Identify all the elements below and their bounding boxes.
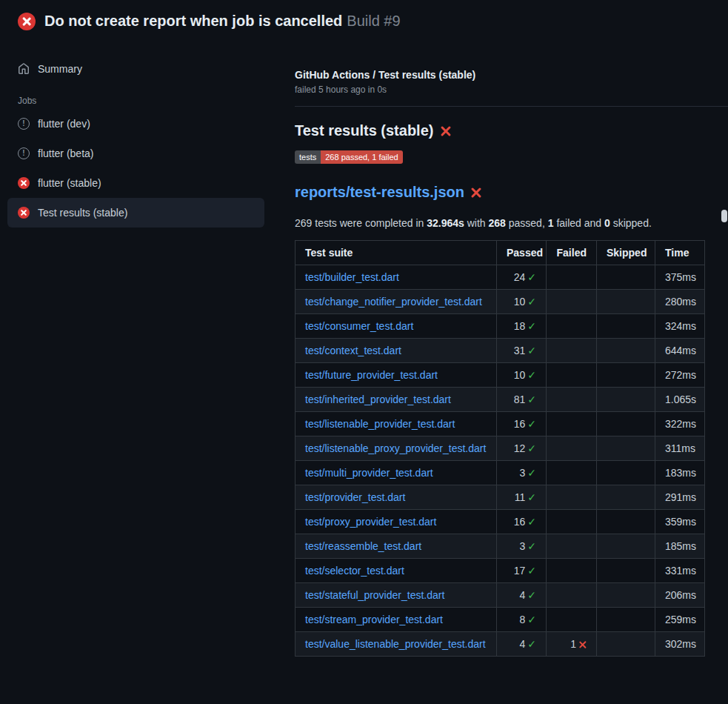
test-suite-cell: test/listenable_provider_test.dart — [295, 412, 497, 436]
failed-status-icon — [18, 13, 36, 30]
sidebar: Summary Jobs ! flutter (dev) ! flutter (… — [0, 42, 277, 228]
failed-cell — [547, 559, 597, 583]
failed-cell — [547, 339, 597, 363]
passed-cell: 16✓ — [497, 412, 547, 436]
scrollbar-thumb[interactable] — [721, 210, 727, 222]
test-suite-cell: test/builder_test.dart — [295, 265, 497, 290]
failed-cell — [547, 510, 597, 534]
passed-cell: 4✓ — [497, 583, 547, 608]
time-cell: 280ms — [655, 290, 705, 314]
check-icon: ✓ — [527, 369, 536, 381]
passed-cell: 12✓ — [497, 436, 547, 461]
table-row: test/builder_test.dart 24✓ 375ms — [295, 265, 705, 290]
table-row: test/selector_test.dart 17✓ 331ms — [295, 559, 705, 583]
table-row: test/listenable_provider_test.dart 16✓ 3… — [295, 412, 705, 436]
report-title: reports/test-results.json — [295, 184, 728, 201]
test-suite-cell: test/change_notifier_provider_test.dart — [295, 290, 497, 314]
table-row: test/inherited_provider_test.dart 81✓ 1.… — [295, 388, 705, 412]
test-suite-link[interactable]: test/selector_test.dart — [305, 565, 404, 577]
test-suite-link[interactable]: test/stream_provider_test.dart — [305, 614, 443, 625]
sidebar-job-label: flutter (stable) — [38, 177, 101, 189]
test-suite-link[interactable]: test/change_notifier_provider_test.dart — [305, 296, 482, 308]
table-header-row: Test suite Passed Failed Skipped Time — [295, 241, 705, 265]
main-content: GitHub Actions / Test results (stable) f… — [277, 42, 728, 657]
test-suite-cell: test/inherited_provider_test.dart — [295, 388, 497, 412]
col-header-failed: Failed — [547, 241, 597, 265]
check-icon: ✓ — [527, 393, 536, 405]
test-suite-link[interactable]: test/stateful_provider_test.dart — [305, 589, 444, 601]
passed-cell: 3✓ — [497, 461, 547, 485]
table-row: test/consumer_test.dart 18✓ 324ms — [295, 314, 705, 339]
table-row: test/context_test.dart 31✓ 644ms — [295, 339, 705, 363]
x-icon — [578, 640, 587, 648]
test-suite-cell: test/stream_provider_test.dart — [295, 608, 497, 632]
x-icon — [21, 210, 27, 216]
skipped-cell — [597, 314, 655, 339]
neutral-status-icon: ! — [18, 118, 30, 130]
sidebar-job-item[interactable]: ! flutter (beta) — [7, 139, 264, 168]
tests-badge: tests 268 passed, 1 failed — [295, 150, 403, 164]
col-header-test-suite: Test suite — [295, 241, 497, 265]
test-suite-link[interactable]: test/listenable_proxy_provider_test.dart — [305, 442, 486, 454]
test-suite-link[interactable]: test/multi_provider_test.dart — [305, 467, 433, 479]
failed-cell — [547, 608, 597, 632]
failed-cell — [547, 412, 597, 436]
test-suite-link[interactable]: test/proxy_provider_test.dart — [305, 516, 436, 528]
test-suite-link[interactable]: test/future_provider_test.dart — [305, 369, 438, 381]
check-run-page: Do not create report when job is cancell… — [0, 0, 728, 657]
test-suite-link[interactable]: test/listenable_provider_test.dart — [305, 418, 455, 430]
summary-text: 269 tests were completed in 32.964s with… — [295, 217, 728, 229]
sidebar-job-label: Test results (stable) — [38, 207, 127, 219]
sidebar-job-item[interactable]: ! Test results (stable) — [7, 198, 264, 228]
test-suite-link[interactable]: test/provider_test.dart — [305, 491, 405, 503]
test-suite-link[interactable]: test/context_test.dart — [305, 345, 401, 356]
failed-cell — [547, 363, 597, 388]
passed-cell: 18✓ — [497, 314, 547, 339]
sidebar-job-label: flutter (beta) — [38, 147, 93, 159]
skipped-cell — [597, 339, 655, 363]
sidebar-item-summary[interactable]: Summary — [7, 54, 264, 84]
test-suite-link[interactable]: test/value_listenable_provider_test.dart — [305, 638, 486, 650]
sidebar-job-item[interactable]: ! flutter (dev) — [7, 109, 264, 139]
passed-cell: 16✓ — [497, 510, 547, 534]
check-run-header: Do not create report when job is cancell… — [0, 0, 728, 42]
failed-cell — [547, 388, 597, 412]
sidebar-job-item[interactable]: ! flutter (stable) — [7, 168, 264, 198]
table-row: test/multi_provider_test.dart 3✓ 183ms — [295, 461, 705, 485]
check-icon: ✓ — [527, 271, 536, 283]
check-icon: ✓ — [527, 614, 536, 625]
x-icon — [21, 180, 27, 186]
passed-cell: 11✓ — [497, 485, 547, 510]
skipped-cell — [597, 290, 655, 314]
passed-cell: 10✓ — [497, 290, 547, 314]
time-cell: 331ms — [655, 559, 705, 583]
test-suite-link[interactable]: test/inherited_provider_test.dart — [305, 393, 451, 405]
test-suite-cell: test/multi_provider_test.dart — [295, 461, 497, 485]
run-status-line: failed 5 hours ago in 0s — [295, 84, 728, 95]
build-number: Build #9 — [347, 13, 400, 29]
skipped-cell — [597, 436, 655, 461]
table-row: test/listenable_proxy_provider_test.dart… — [295, 436, 705, 461]
time-cell: 291ms — [655, 485, 705, 510]
report-file-link[interactable]: reports/test-results.json — [295, 184, 464, 200]
check-icon: ✓ — [527, 540, 536, 552]
time-cell: 302ms — [655, 632, 705, 657]
failed-cell — [547, 290, 597, 314]
skipped-cell — [597, 363, 655, 388]
home-icon — [18, 63, 30, 75]
check-icon: ✓ — [527, 516, 536, 528]
test-suite-link[interactable]: test/consumer_test.dart — [305, 320, 413, 332]
test-suite-link[interactable]: test/builder_test.dart — [305, 271, 399, 283]
time-cell: 324ms — [655, 314, 705, 339]
scrollbar-track[interactable] — [721, 0, 728, 704]
failed-cell: 1 — [547, 632, 597, 657]
time-cell: 644ms — [655, 339, 705, 363]
test-suite-link[interactable]: test/reassemble_test.dart — [305, 540, 421, 552]
test-suite-cell: test/consumer_test.dart — [295, 314, 497, 339]
layout: Summary Jobs ! flutter (dev) ! flutter (… — [0, 42, 728, 657]
table-row: test/value_listenable_provider_test.dart… — [295, 632, 705, 657]
test-suite-cell: test/future_provider_test.dart — [295, 363, 497, 388]
time-cell: 311ms — [655, 436, 705, 461]
check-icon: ✓ — [527, 442, 536, 454]
failed-cell — [547, 534, 597, 559]
